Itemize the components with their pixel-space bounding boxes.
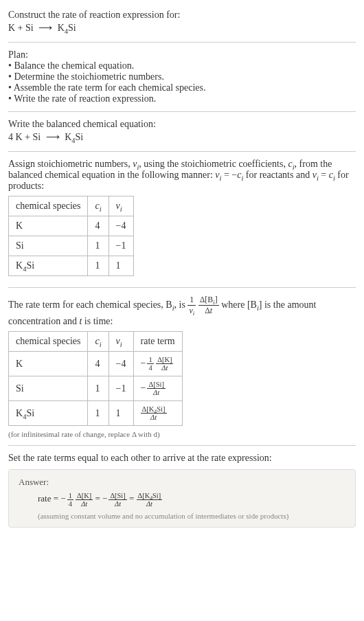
col-c: ci [88, 196, 109, 216]
text: Si] [152, 492, 161, 499]
text: Δ [205, 306, 210, 315]
subscript-i: i [100, 205, 102, 213]
minus-sign: − [141, 358, 146, 368]
table-row: K 4 −4 −14 Δ[K]Δt [9, 352, 183, 376]
cell-nu: −1 [109, 236, 133, 256]
table-header-row: chemical species ci νi rate term [9, 332, 183, 352]
unbalanced-equation: K + Si ⟶ K4Si [8, 22, 356, 34]
divider [8, 111, 356, 112]
cell-nu: −1 [109, 376, 133, 401]
plan-section: Plan: Balance the chemical equation. Det… [8, 45, 356, 109]
text: is time: [82, 316, 113, 326]
answer-expression: rate = −14 Δ[K]Δt = −Δ[Si]Δt = Δ[K4Si]Δt… [19, 492, 345, 520]
fraction: Δ[K]Δt [156, 356, 173, 372]
answer-note: (assuming constant volume and no accumul… [38, 512, 345, 520]
plan-item: Write the rate of reaction expression. [8, 93, 356, 104]
equals: = [93, 493, 102, 504]
subscript-i: i [120, 341, 122, 348]
fraction: Δ[Si]Δt [109, 492, 126, 508]
numerator: Δ[Si] [109, 492, 126, 500]
text: Δ[K [138, 492, 150, 499]
text: , using the stoichiometric coefficients, [139, 159, 288, 169]
conclusion-text: Set the rate terms equal to each other t… [8, 453, 356, 464]
col-species: chemical species [9, 332, 88, 352]
problem-statement: Construct the rate of reaction expressio… [8, 5, 356, 39]
rate-terms-description: The rate term for each chemical species,… [8, 295, 356, 327]
equation-rhs-tail: Si [68, 23, 76, 33]
fraction: 14 [67, 492, 73, 508]
table-row: Si 1 −1 [9, 236, 134, 256]
text: where [B [221, 300, 257, 310]
col-c: ci [88, 332, 109, 352]
subscript-i: i [120, 205, 122, 213]
fraction: 14 [147, 356, 153, 372]
fraction: Δ[K]Δt [76, 492, 93, 508]
text: K [16, 260, 23, 271]
col-nu: νi [109, 196, 133, 216]
cell-nu: −4 [109, 216, 133, 236]
table-row: K4Si 1 1 [9, 256, 134, 276]
minus-sign: − [102, 493, 107, 504]
cell-rate-term: −Δ[Si]Δt [133, 376, 182, 401]
balanced-lhs: 4 K + Si [8, 132, 41, 142]
col-species: chemical species [9, 196, 88, 216]
denominator: Δt [109, 500, 126, 508]
equation-rhs: K [58, 23, 65, 33]
minus-sign: − [60, 493, 65, 504]
text: , is [174, 300, 188, 310]
rate-terms-table: chemical species ci νi rate term K 4 −4 … [8, 331, 183, 426]
text: for reactants and [243, 170, 312, 180]
reaction-arrow-icon: ⟶ [46, 131, 60, 143]
divider [8, 42, 356, 43]
cell-c: 1 [88, 256, 109, 276]
denominator: Δt [76, 500, 93, 508]
numerator: Δ[K4Si] [141, 405, 167, 414]
cell-species: K4Si [9, 401, 88, 426]
cell-species: K4Si [9, 256, 88, 276]
text: ] [215, 295, 218, 304]
numerator: Δ[Si] [147, 381, 166, 389]
balanced-rhs-tail: Si [76, 132, 84, 142]
text: Si] [157, 405, 165, 413]
divider [8, 445, 356, 446]
cell-rate-term: −14 Δ[K]Δt [133, 352, 182, 376]
text: K [16, 408, 23, 418]
balanced-equation: 4 K + Si ⟶ K4Si [8, 131, 356, 143]
equation-lhs: K + Si [8, 23, 34, 33]
cell-nu: 1 [109, 401, 133, 426]
cell-c: 1 [88, 376, 109, 401]
stoich-description: Assign stoichiometric numbers, νi, using… [8, 159, 356, 192]
subscript-i: i [100, 341, 102, 348]
numerator: Δ[K] [156, 356, 173, 364]
denominator: Δt [147, 389, 166, 396]
fraction: Δ[K4Si]Δt [141, 405, 167, 421]
answer-box: Answer: rate = −14 Δ[K]Δt = −Δ[Si]Δt = Δ… [8, 469, 356, 528]
denominator: Δt [156, 364, 173, 372]
text: Assign stoichiometric numbers, [8, 159, 133, 169]
table-header-row: chemical species ci νi [9, 196, 134, 216]
cell-species: K [9, 216, 88, 236]
cell-nu: −4 [109, 352, 133, 376]
table-row: Si 1 −1 −Δ[Si]Δt [9, 376, 183, 401]
cell-nu: 1 [109, 256, 133, 276]
text: Si [26, 260, 34, 271]
fraction: Δ[Si]Δt [147, 381, 166, 396]
cell-c: 4 [88, 216, 109, 236]
denominator: Δt [141, 414, 167, 421]
text: Δ[K [142, 405, 155, 413]
cell-species: K [9, 352, 88, 376]
denominator: 4 [67, 500, 73, 508]
conclusion-section: Set the rate terms equal to each other t… [8, 449, 356, 532]
numerator: Δ[Bi] [198, 295, 219, 306]
cell-c: 1 [88, 236, 109, 256]
divider [8, 287, 356, 288]
text: Si [26, 408, 34, 418]
denominator: 4 [147, 364, 153, 372]
fraction: Δ[K4Si]Δt [137, 492, 163, 508]
balanced-section: Write the balanced chemical equation: 4 … [8, 115, 356, 148]
denominator: νi [187, 306, 196, 316]
divider [8, 151, 356, 152]
denominator: Δt [137, 500, 163, 508]
numerator: 1 [67, 492, 73, 500]
balanced-heading: Write the balanced chemical equation: [8, 119, 356, 130]
